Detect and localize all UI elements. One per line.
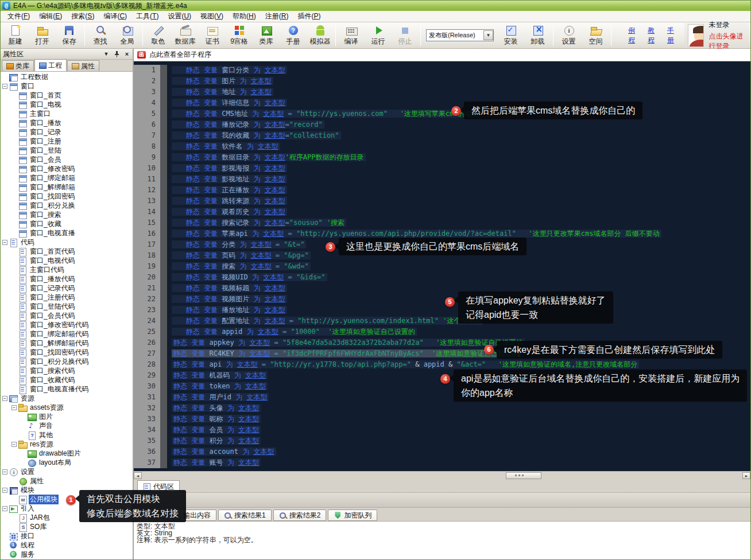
tree-item-窗口_搜索[interactable]: 窗口_搜索 — [1, 210, 133, 219]
menu-item-编辑E[interactable]: 编辑(E) — [34, 10, 67, 22]
chevron-down-icon[interactable]: ▼ — [103, 50, 110, 57]
expander-icon[interactable]: − — [2, 240, 7, 245]
code-line-30[interactable]: 30静态 变量 token 为 文本型 — [134, 381, 750, 392]
tree-item-主窗口[interactable]: 主窗口 — [1, 109, 133, 118]
tree-item-窗口_会员代码[interactable]: 窗口_会员代码 — [1, 311, 133, 320]
tree-item-窗口_记录[interactable]: 窗口_记录 — [1, 127, 133, 137]
tree-item-窗口_收藏代码[interactable]: 窗口_收藏代码 — [1, 375, 133, 384]
tree-item-窗口_电视[interactable]: 窗口_电视 — [1, 100, 133, 109]
tree-item-窗口_电视直播[interactable]: 窗口_电视直播 — [1, 228, 133, 238]
tree-item-模块[interactable]: −模块 — [1, 485, 133, 495]
tree-item-窗口_首页代码[interactable]: 窗口_首页代码 — [1, 247, 133, 256]
code-line-10[interactable]: 10 静态 变量 影视海报 为 文本型 — [134, 163, 750, 174]
tree-item-窗口_电视直播代码[interactable]: 窗口_电视直播代码 — [1, 384, 133, 394]
menu-item-搜索S[interactable]: 搜索(S) — [67, 10, 99, 22]
toolbar-button-uninstall[interactable]: 卸载 — [524, 23, 551, 48]
tree-item-窗口_找回密码[interactable]: 窗口_找回密码 — [1, 192, 133, 201]
tree-item-窗口_首页[interactable]: 窗口_首页 — [1, 91, 133, 100]
tree-item-窗口_绑定邮箱[interactable]: 窗口_绑定邮箱 — [1, 173, 133, 182]
code-line-32[interactable]: 32静态 变量 头像 为 文本型 — [134, 403, 750, 414]
tree-item-公用模块[interactable]: 公用模块 — [1, 495, 133, 504]
code-line-14[interactable]: 14 静态 变量 观看历史 为 文本型 — [134, 207, 750, 217]
tab-工程[interactable]: 工程 — [34, 59, 67, 71]
code-line-15[interactable]: 15 静态 变量 搜索记录 为 文本型="sousuo" '搜索 — [134, 217, 750, 228]
code-line-24[interactable]: 24 静态 变量 配置地址 为 文本型 = "http://ys.yuenos.… — [134, 316, 750, 326]
toolbar-button-compile[interactable]: 编译 — [338, 23, 365, 48]
code-line-17[interactable]: 17 静态 变量 分类 为 文本型 = "&t=" — [134, 239, 750, 250]
tree-item-窗口_搜索代码[interactable]: 窗口_搜索代码 — [1, 366, 133, 375]
expander-icon[interactable]: − — [2, 469, 7, 475]
code-line-2[interactable]: 2 静态 变量 图片 为 文本型 — [134, 76, 750, 87]
toolbar-button-settings[interactable]: 设置 — [555, 23, 582, 48]
tree-item-窗口_修改密码[interactable]: 窗口_修改密码 — [1, 164, 133, 173]
toolbar-button-space[interactable]: 空间 — [582, 23, 609, 48]
toolbar-button-lib[interactable]: 类库 — [253, 23, 280, 48]
link-教程[interactable]: 教程 — [648, 26, 655, 45]
expander-icon[interactable]: − — [2, 506, 7, 511]
tree-item-窗口_记录代码[interactable]: 窗口_记录代码 — [1, 283, 133, 293]
code-line-34[interactable]: 34静态 变量 会员 为 文本型 — [134, 425, 750, 435]
code-line-23[interactable]: 23 静态 变量 播放地址 为 文本型 — [134, 305, 750, 316]
code-line-20[interactable]: 20 静态 变量 视频UID 为 文本型 = "&ids=" — [134, 272, 750, 283]
code-line-16[interactable]: 16 静态 变量 苹果api 为 文本型 = "http://ys.yuenos… — [134, 228, 750, 239]
tree-item-窗口_收藏[interactable]: 窗口_收藏 — [1, 219, 133, 228]
menu-item-文件F[interactable]: 文件(F) — [3, 10, 34, 22]
menu-item-设置U[interactable]: 设置(U) — [163, 10, 196, 22]
code-line-13[interactable]: 13 静态 变量 跳转来源 为 文本型 — [134, 196, 750, 207]
tree-item-窗口_播放[interactable]: 窗口_播放 — [1, 118, 133, 127]
tree-item-窗口_会员[interactable]: 窗口_会员 — [1, 155, 133, 164]
code-line-26[interactable]: 26静态 变量 appkey 为 文本型 = "5f8e4e7da5a23d83… — [134, 337, 750, 348]
tree-item-窗口_电视代码[interactable]: 窗口_电视代码 — [1, 256, 133, 265]
code-line-6[interactable]: 6 静态 变量 播放记录 为 文本型="record" — [134, 119, 750, 130]
tree-item-主窗口代码[interactable]: 主窗口代码 — [1, 265, 133, 274]
tree-item-窗口_播放代码[interactable]: 窗口_播放代码 — [1, 274, 133, 283]
code-line-29[interactable]: 29静态 变量 机器码 为 文本型 — [134, 370, 750, 381]
dropdown-arrow-icon[interactable]: ▼ — [483, 30, 493, 40]
code-line-25[interactable]: 25 静态 变量 appid 为 文本型 = "10000" '这里填如意验证自… — [134, 326, 750, 337]
tree-item-drawable图片[interactable]: drawable图片 — [1, 449, 133, 458]
code-line-35[interactable]: 35静态 变量 积分 为 文本型 — [134, 435, 750, 446]
tree-item-layout布局[interactable]: layout布局 — [1, 458, 133, 467]
toolbar-button-find[interactable]: 查找 — [87, 23, 114, 48]
link-例程[interactable]: 例程 — [628, 26, 635, 45]
tree-item-assets资源[interactable]: −assets资源 — [1, 403, 133, 412]
toolbar-button-open[interactable]: 打开 — [29, 23, 56, 48]
tree-item-窗口_注册[interactable]: 窗口_注册 — [1, 137, 133, 146]
tree-item-窗口_积分兑换[interactable]: 窗口_积分兑换 — [1, 201, 133, 210]
code-line-4[interactable]: 4 静态 变量 详细信息 为 文本型 — [134, 98, 750, 108]
login-hint[interactable]: 点击头像进行登录 — [709, 32, 744, 51]
toolbar-button-run[interactable]: 运行 — [365, 23, 392, 48]
menu-item-工具T[interactable]: 工具(T) — [131, 10, 163, 22]
tree-item-窗口_积分兑换代码[interactable]: 窗口_积分兑换代码 — [1, 357, 133, 366]
toolbar-button-new[interactable]: 新建 — [2, 23, 29, 48]
code-line-8[interactable]: 8 静态 变量 软件名 为 文本型 — [134, 141, 750, 152]
tab-搜索结果2[interactable]: 搜索结果2 — [273, 510, 327, 521]
expander-icon[interactable]: − — [2, 488, 7, 493]
toolbar-button-db[interactable]: 数据库 — [172, 23, 199, 48]
menu-item-编译C[interactable]: 编译(C) — [99, 10, 131, 22]
tree-item-窗口_修改密码代码[interactable]: 窗口_修改密码代码 — [1, 320, 133, 329]
expander-icon[interactable]: − — [2, 84, 7, 89]
link-手册[interactable]: 手册 — [667, 26, 674, 45]
code-line-3[interactable]: 3 静态 变量 地址 为 文本型 — [134, 87, 750, 98]
tree-item-窗口[interactable]: −窗口 — [1, 81, 133, 91]
toolbar-button-save[interactable]: 保存 — [56, 23, 83, 48]
tree-item-工程数据[interactable]: 工程数据 — [1, 72, 133, 81]
tree-item-设置[interactable]: −设置 — [1, 467, 133, 476]
code-line-36[interactable]: 36静态 变量 account 为 文本型 — [134, 446, 750, 457]
scroll-right-arrow[interactable]: ► — [742, 472, 750, 479]
code-line-7[interactable]: 7 静态 变量 我的收藏 为 文本型="collection" — [134, 130, 750, 141]
pin-icon[interactable] — [113, 50, 120, 57]
code-line-31[interactable]: 31静态 变量 用户id 为 文本型 — [134, 392, 750, 403]
expander-icon[interactable]: − — [11, 405, 17, 410]
tree-item-窗口_解绑邮箱代码[interactable]: 窗口_解绑邮箱代码 — [1, 339, 133, 348]
code-line-21[interactable]: 21 静态 变量 视频标题 为 文本型 — [134, 283, 750, 294]
toolbar-button-install[interactable]: 安装 — [497, 23, 524, 48]
menu-item-插件P[interactable]: 插件(P) — [293, 10, 325, 22]
tree-item-服务[interactable]: 服务 — [1, 550, 133, 559]
tree-item-窗口_注册代码[interactable]: 窗口_注册代码 — [1, 293, 133, 302]
code-line-22[interactable]: 22 静态 变量 视频图片 为 文本型 — [134, 294, 750, 305]
tree-item-引入[interactable]: −引入 — [1, 504, 133, 513]
toolbar-button-manual[interactable]: 手册 — [280, 23, 307, 48]
toolbar-button-colorpick[interactable]: 取色 — [145, 23, 172, 48]
